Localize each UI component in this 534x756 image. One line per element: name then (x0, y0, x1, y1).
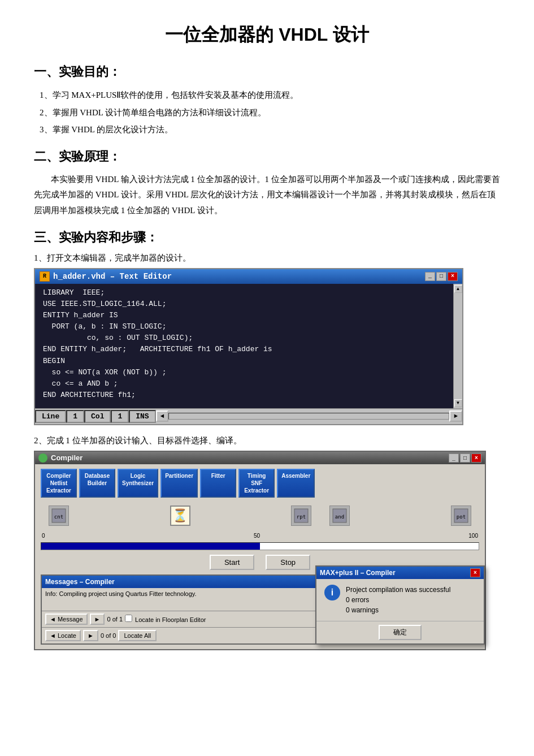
code-line: BEGIN (43, 356, 451, 367)
msg-next[interactable]: ► (90, 614, 105, 625)
svg-text:pot: pot (457, 514, 466, 520)
ok-button[interactable]: 确定 (379, 625, 422, 640)
editor-titlebar: R h_adder.vhd – Text Editor _ □ × (35, 269, 462, 284)
locate-label: Locate in Floorplan Editor (135, 616, 206, 623)
maxplus-message: Project compilation was successful 0 err… (346, 585, 450, 615)
maximize-button[interactable]: □ (436, 272, 446, 281)
maxplus-body: i Project compilation was successful 0 e… (316, 579, 484, 621)
code-line: so <= NOT(a XOR (NOT b)) ; (43, 367, 451, 378)
maxplus-titlebar: MAX+plus II – Compiler × (316, 567, 484, 579)
editor-body: LIBRARY IEEE; USE IEEE.STD_LOGIC_1164.AL… (35, 284, 462, 408)
maxplus-popup: MAX+plus II – Compiler × i Project compi… (315, 565, 485, 645)
stage-assembler[interactable]: Assembler (277, 469, 315, 498)
and-icon-box: and (322, 506, 358, 526)
step1-label: 1、打开文本编辑器，完成半加器的设计。 (34, 253, 500, 263)
info-text: Info: Compiling project using Quartus Fi… (45, 590, 197, 597)
compiler-title-text: Compiler (51, 453, 83, 462)
compiler-body: CompilerNetlistExtractor DatabaseBuilder… (35, 464, 485, 649)
col-label: Col (84, 410, 111, 423)
stage-partitioner[interactable]: Partitioner (160, 469, 198, 498)
maxplus-title: MAX+plus II – Compiler (320, 569, 396, 577)
msg-line1: Project compilation was successful (346, 585, 450, 595)
progress-max: 100 (468, 533, 478, 539)
code-line: LIBRARY IEEE; (43, 287, 451, 299)
svg-text:cnt: cnt (54, 514, 63, 520)
msg-count: 0 of 1 (107, 616, 123, 623)
progress-labels: 0 50 100 (41, 533, 479, 539)
list-item: 1、学习 MAX+PLUSⅡ软件的使用，包括软件安装及基本的使用流程。 (40, 87, 500, 103)
stage-timing-snf[interactable]: TimingSNFExtractor (238, 469, 275, 498)
page-title: 一位全加器的 VHDL 设计 (34, 23, 500, 47)
msg-line2: 0 errors (346, 595, 450, 605)
locate-checkbox[interactable] (125, 615, 132, 622)
svg-text:rpt: rpt (297, 514, 306, 520)
rpt-icon-box: rpt (283, 506, 319, 526)
stop-button[interactable]: Stop (266, 555, 310, 570)
line-label: Line (35, 410, 66, 423)
compiler-maximize[interactable]: □ (460, 453, 470, 463)
compiler-title-left: Compiler (38, 453, 83, 463)
progress-bar (41, 542, 479, 550)
scroll-right-arrow[interactable]: ► (449, 411, 462, 422)
start-button[interactable]: Start (210, 555, 254, 570)
code-line: USE IEEE.STD_LOGIC_1164.ALL; (43, 299, 451, 310)
cnt-icon-box: cnt (41, 506, 77, 526)
locate-all-button[interactable]: Locate All (118, 630, 157, 641)
code-line: co, so : OUT STD_LOGIC); (43, 332, 451, 344)
compiler-icon (38, 453, 47, 463)
editor-title-text: h_adder.vhd – Text Editor (53, 272, 172, 281)
code-line: END ARCHITECTURE fh1; (43, 390, 451, 401)
info-icon: i (324, 585, 340, 601)
progress-fill (41, 543, 260, 550)
bottom-panels: Messages – Compiler _ □ × Info: Compilin… (41, 574, 479, 645)
section1-heading: 一、实验目的： (34, 63, 500, 80)
msg-line3: 0 warnings (346, 605, 450, 615)
editor-file-icon: R (40, 271, 50, 282)
pot-icon-box: pot (443, 506, 479, 526)
progress-mid: 50 (254, 533, 260, 539)
stage-database-builder[interactable]: DatabaseBuilder (79, 469, 115, 498)
stage-compiler-netlist[interactable]: CompilerNetlistExtractor (41, 469, 77, 498)
hourglass-box: ⏳ (162, 506, 198, 526)
rpt-icon: rpt (291, 506, 311, 526)
progress-min: 0 (42, 533, 45, 539)
maxplus-close[interactable]: × (470, 568, 480, 577)
svg-text:and: and (335, 514, 344, 520)
scroll-down-arrow[interactable]: ▼ (454, 399, 462, 407)
section2-heading: 二、实验原理： (34, 148, 500, 165)
editor-win-buttons[interactable]: _ □ × (425, 272, 458, 281)
compiler-window: Compiler _ □ × CompilerNetlistExtractor … (34, 451, 486, 650)
scroll-left-arrow[interactable]: ◄ (156, 411, 169, 422)
section3-heading: 三、实验内容和步骤： (34, 229, 500, 246)
minimize-button[interactable]: _ (425, 272, 435, 281)
compiler-win-buttons[interactable]: _ □ × (449, 453, 481, 463)
section2-paragraph: 本实验要用 VHDL 输入设计方法完成 1 位全加器的设计。1 位全加器可以用两… (34, 172, 500, 219)
compiler-close[interactable]: × (471, 453, 481, 463)
locate-count: 0 of 0 (101, 632, 116, 639)
code-line: PORT (a, b : IN STD_LOGIC; (43, 321, 451, 332)
locate-prev[interactable]: ◄ Locate (45, 630, 81, 641)
compiler-titlebar: Compiler _ □ × (35, 452, 485, 464)
maxplus-footer[interactable]: 确定 (316, 621, 484, 643)
editor-title-left: R h_adder.vhd – Text Editor (40, 271, 172, 282)
msg-prev[interactable]: ◄ Message (45, 614, 88, 625)
messages-title: Messages – Compiler (45, 578, 115, 586)
and-icon: and (329, 506, 350, 526)
pot-icon: pot (451, 506, 471, 526)
code-line: END ENTITY h_adder; ARCHITECTURE fh1 OF … (43, 344, 451, 355)
hourglass-icon: ⏳ (170, 506, 190, 526)
list-item: 3、掌握 VHDL 的层次化设计方法。 (40, 122, 500, 138)
list-item: 2、掌握用 VHDL 设计简单组合电路的方法和详细设计流程。 (40, 105, 500, 121)
stage-logic-synthesizer[interactable]: LogicSynthesizer (118, 469, 158, 498)
scroll-up-arrow[interactable]: ▲ (454, 285, 462, 293)
close-button[interactable]: × (448, 272, 458, 281)
compiler-minimize[interactable]: _ (449, 453, 459, 463)
editor-statusbar: Line 1 Col 1 INS ◄ ► (35, 408, 462, 424)
stage-fitter[interactable]: Fitter (200, 469, 236, 498)
code-line: ENTITY h_adder IS (43, 310, 451, 321)
stage-icons-row: cnt ⏳ rpt (41, 503, 479, 528)
col-value: 1 (111, 410, 129, 423)
code-line: co <= a AND b ; (43, 378, 451, 390)
locate-next[interactable]: ► (83, 630, 98, 641)
section1-list: 1、学习 MAX+PLUSⅡ软件的使用，包括软件安装及基本的使用流程。 2、掌握… (40, 87, 500, 138)
